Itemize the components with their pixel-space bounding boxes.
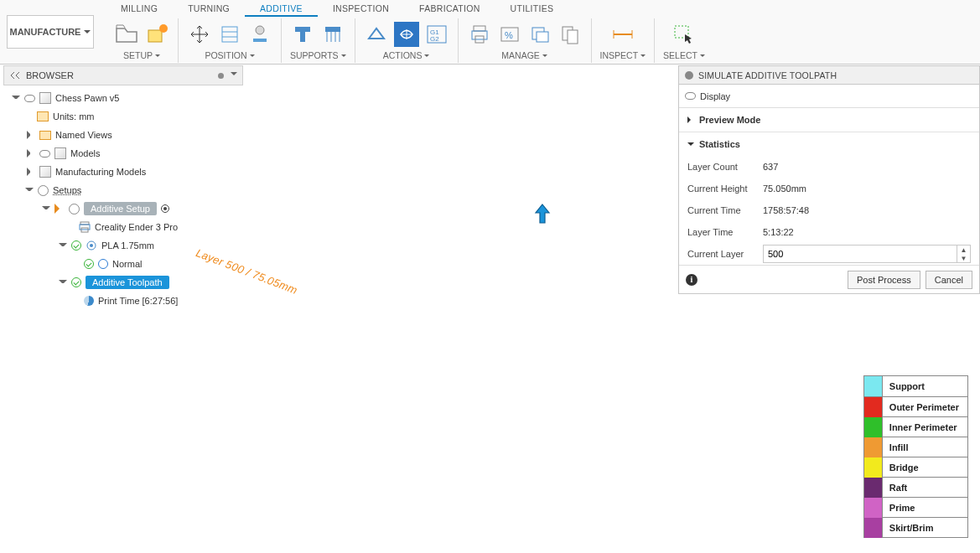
tree-models[interactable]: Models	[3, 144, 243, 163]
svg-rect-9	[325, 27, 340, 32]
svg-rect-8	[300, 32, 305, 42]
simulate-header[interactable]: SIMULATE ADDITIVE TOOLPATH	[679, 66, 979, 85]
spinner-down-icon[interactable]: ▼	[957, 254, 970, 262]
svg-point-48	[485, 457, 632, 508]
legend-label: Inner Perimeter	[883, 422, 966, 432]
group-setup: SETUP	[106, 18, 179, 63]
tab-utilities[interactable]: UTILITIES	[495, 2, 569, 17]
post-process-button[interactable]: Post Process	[848, 271, 920, 289]
generate-icon[interactable]	[364, 22, 389, 47]
models-icon	[54, 147, 66, 159]
legend-row: Skirt/Brim	[864, 517, 967, 537]
group-select-label[interactable]: SELECT	[663, 50, 705, 60]
caret-icon[interactable]	[25, 188, 34, 196]
browser-header[interactable]: BROWSER	[3, 65, 243, 85]
group-setup-label[interactable]: SETUP	[123, 50, 160, 60]
status-ok-icon	[71, 240, 81, 251]
tab-turning[interactable]: TURNING	[173, 2, 245, 17]
svg-point-5	[256, 26, 264, 34]
caret-icon[interactable]	[27, 168, 35, 176]
place-icon[interactable]	[247, 22, 272, 47]
cancel-button[interactable]: Cancel	[926, 271, 972, 289]
caret-icon[interactable]	[59, 280, 67, 288]
group-supports: SUPPORTS	[282, 18, 355, 63]
tree-additive-setup-label: Additive Setup	[84, 202, 157, 215]
spinner[interactable]: ▲▼	[957, 245, 971, 263]
tree-toolpath[interactable]: Additive Toolpath	[3, 273, 243, 292]
group-select: SELECT	[655, 18, 713, 63]
info-icon[interactable]: i	[686, 274, 697, 286]
tree-additive-setup[interactable]: Additive Setup	[3, 199, 243, 218]
group-supports-label[interactable]: SUPPORTS	[290, 50, 346, 60]
caret-icon[interactable]	[12, 96, 20, 104]
group-manage-label[interactable]: MANAGE	[501, 50, 547, 60]
group-position-label[interactable]: POSITION	[205, 50, 254, 60]
svg-marker-35	[240, 390, 843, 553]
browser-menu-icon[interactable]	[218, 73, 224, 79]
stat-current-time: Current Time1758:57:48	[679, 199, 979, 221]
svg-marker-36	[240, 499, 550, 553]
percent-icon[interactable]: %	[497, 22, 522, 47]
tree-printer[interactable]: Creality Ender 3 Pro	[3, 218, 243, 236]
svg-point-42	[342, 377, 473, 421]
simulate-panel: SIMULATE ADDITIVE TOOLPATH Display Previ…	[678, 65, 980, 294]
svg-point-47	[404, 368, 461, 386]
support-bar-icon[interactable]	[290, 22, 315, 47]
tree-root-label: Chess Pawn v5	[55, 93, 119, 103]
caret-icon[interactable]	[42, 206, 50, 214]
tab-milling[interactable]: MILLING	[106, 2, 173, 17]
eye-icon[interactable]	[39, 150, 50, 158]
tree-named-views-label: Named Views	[55, 130, 112, 140]
caret-icon[interactable]	[27, 149, 35, 158]
mfg-models-icon	[39, 166, 51, 178]
tab-fabrication[interactable]: FABRICATION	[404, 2, 495, 17]
tree-named-views[interactable]: Named Views	[3, 126, 243, 144]
group-actions: G1G2 ACTIONS	[355, 18, 459, 63]
spinner-up-icon[interactable]: ▲	[957, 245, 970, 254]
ribbon-groups: SETUP POSITION SUPPORTS	[106, 18, 980, 63]
caret-icon[interactable]	[59, 243, 67, 251]
support-volume-icon[interactable]	[320, 22, 345, 47]
eye-icon[interactable]	[24, 95, 35, 102]
workspace-dropdown[interactable]: MANUFACTURE	[7, 15, 94, 49]
tab-inspection[interactable]: INSPECTION	[318, 2, 404, 17]
caret-icon[interactable]	[27, 131, 35, 139]
group-inspect-label[interactable]: INSPECT	[600, 50, 646, 60]
stat-value: 637	[763, 162, 778, 172]
chevron-down-icon	[687, 142, 694, 149]
tab-additive[interactable]: ADDITIVE	[245, 2, 318, 17]
section-preview-mode[interactable]: Preview Mode	[679, 108, 979, 132]
close-icon[interactable]	[685, 71, 693, 80]
printer-icon[interactable]	[467, 22, 492, 47]
simulate-tab-display[interactable]: Display	[679, 85, 979, 108]
section-statistics[interactable]: Statistics	[679, 132, 979, 156]
tree-print-time[interactable]: Print Time [6:27:56]	[3, 292, 243, 310]
collapse-left-icon[interactable]	[9, 70, 21, 81]
legend-row: Bridge	[864, 457, 967, 477]
svg-point-49	[530, 334, 587, 353]
svg-point-45	[609, 283, 659, 300]
tree-units[interactable]: Units: mm	[3, 107, 243, 126]
setup-icon	[69, 204, 80, 214]
tree-setups[interactable]: Setups	[3, 181, 243, 199]
select-icon[interactable]	[671, 22, 697, 47]
svg-rect-7	[295, 27, 310, 32]
chevron-down-icon[interactable]	[231, 72, 237, 79]
radio-icon[interactable]	[161, 204, 169, 213]
stat-current-layer: Current Layer ▲▼	[679, 243, 979, 265]
new-setup-icon[interactable]	[144, 22, 169, 47]
measure-icon[interactable]	[610, 22, 635, 47]
simulate-tab-label: Display	[700, 91, 730, 101]
template-icon[interactable]	[557, 22, 583, 47]
machine-library-icon[interactable]	[527, 22, 552, 47]
tree-root[interactable]: Chess Pawn v5	[3, 89, 243, 107]
legend-swatch	[864, 498, 883, 518]
align-icon[interactable]	[217, 22, 242, 47]
simulate-icon[interactable]	[394, 22, 419, 47]
gcode-icon[interactable]: G1G2	[424, 22, 449, 47]
open-file-icon[interactable]	[114, 22, 139, 47]
move-icon[interactable]	[187, 22, 212, 47]
group-actions-label[interactable]: ACTIONS	[383, 50, 430, 60]
tree-mfg-models[interactable]: Manufacturing Models	[3, 163, 243, 181]
current-layer-input[interactable]	[763, 245, 957, 263]
